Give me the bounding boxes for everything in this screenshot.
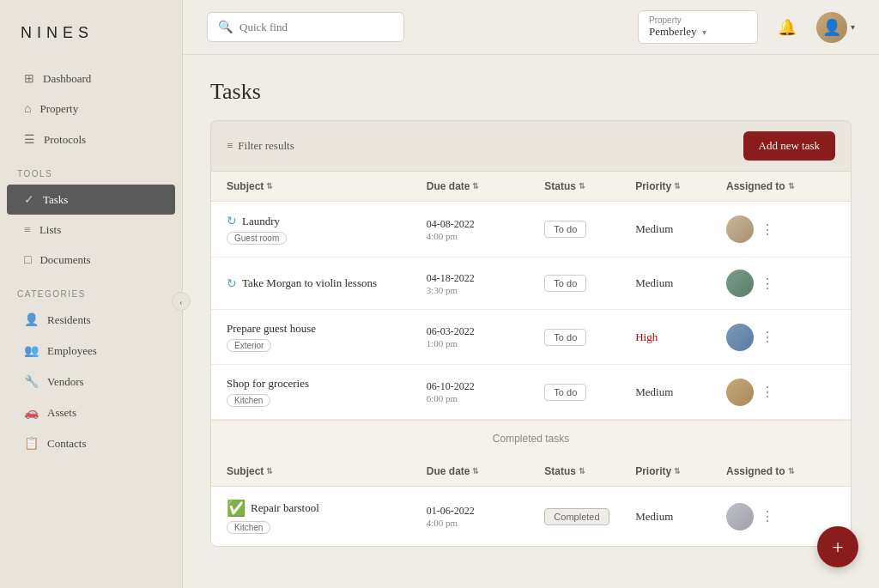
sidebar-item-residents[interactable]: 👤 Residents bbox=[7, 305, 175, 335]
sidebar-item-dashboard[interactable]: ⊞ Dashboard bbox=[7, 64, 175, 94]
task-tag: Kitchen bbox=[227, 521, 270, 534]
task-table: Subject ⇅ Due date ⇅ Status ⇅ Priority ⇅… bbox=[210, 171, 852, 547]
task-subject-cell: ↻ Take Morgan to violin lessons bbox=[227, 276, 427, 291]
task-due-date-cell: 04-18-2022 3:30 pm bbox=[427, 272, 545, 295]
sidebar-item-protocols[interactable]: ☰ Protocols bbox=[7, 124, 175, 155]
assignee-avatar bbox=[726, 270, 754, 297]
lists-icon: ≡ bbox=[24, 223, 31, 237]
search-input[interactable] bbox=[239, 21, 385, 34]
sidebar-item-vendors[interactable]: 🔧 Vendors bbox=[7, 367, 175, 397]
sidebar-item-employees[interactable]: 👥 Employees bbox=[7, 336, 175, 366]
sidebar-item-label: Protocols bbox=[44, 133, 86, 147]
sidebar-item-assets[interactable]: 🚗 Assets bbox=[7, 397, 175, 427]
task-priority-cell: Medium bbox=[635, 222, 726, 236]
chevron-down-icon: ▾ bbox=[702, 27, 706, 37]
fab-button[interactable]: + bbox=[817, 526, 858, 567]
sidebar-tools-nav: ✓ Tasks ≡ Lists □ Documents bbox=[0, 184, 182, 276]
completed-check-icon: ✅ bbox=[227, 499, 246, 518]
page-title: Tasks bbox=[210, 79, 852, 105]
sidebar-item-label: Assets bbox=[47, 406, 76, 420]
task-assignee-cell: ⋮ bbox=[726, 503, 835, 530]
avatar[interactable]: 👤 bbox=[816, 12, 847, 43]
property-selector-label: Property bbox=[649, 15, 682, 25]
sidebar-item-label: Dashboard bbox=[43, 72, 91, 86]
sort-icon: ⇅ bbox=[788, 467, 795, 476]
priority-value: Medium bbox=[635, 222, 673, 235]
more-options-icon[interactable]: ⋮ bbox=[761, 329, 774, 345]
col-subject: Subject ⇅ bbox=[227, 180, 427, 192]
property-selector-value: Pemberley bbox=[649, 25, 697, 39]
sidebar-main-nav: ⊞ Dashboard ⌂ Property ☰ Protocols bbox=[0, 63, 182, 155]
sort-icon: ⇅ bbox=[472, 467, 479, 476]
residents-icon: 👤 bbox=[24, 312, 39, 327]
table-row: ✅ Repair barstool Kitchen 01-06-2022 4:0… bbox=[211, 487, 851, 546]
sidebar-item-label: Property bbox=[39, 102, 78, 116]
sidebar-categories-nav: 👤 Residents 👥 Employees 🔧 Vendors 🚗 Asse… bbox=[0, 304, 182, 459]
col-priority: Priority ⇅ bbox=[635, 180, 726, 192]
task-due-date-cell: 04-08-2022 4:00 pm bbox=[427, 218, 545, 241]
task-subject-cell: ✅ Repair barstool Kitchen bbox=[227, 499, 427, 534]
col-status: Status ⇅ bbox=[544, 465, 635, 477]
more-options-icon[interactable]: ⋮ bbox=[761, 384, 774, 400]
sidebar-item-tasks[interactable]: ✓ Tasks bbox=[7, 185, 175, 215]
sidebar-item-property[interactable]: ⌂ Property bbox=[7, 94, 175, 124]
task-status-cell: To do bbox=[544, 275, 635, 292]
sidebar-collapse-button[interactable]: ‹ bbox=[172, 292, 191, 311]
task-subject-cell: Shop for groceries Kitchen bbox=[227, 377, 427, 407]
task-assignee-cell: ⋮ bbox=[726, 215, 835, 243]
task-time: 3:30 pm bbox=[427, 285, 545, 295]
sort-icon: ⇅ bbox=[266, 182, 273, 191]
notifications-bell-icon[interactable]: 🔔 bbox=[772, 12, 803, 43]
task-due-date-cell: 06-03-2022 1:00 pm bbox=[427, 325, 545, 349]
task-assignee-cell: ⋮ bbox=[726, 324, 835, 351]
task-status-cell: To do bbox=[544, 329, 635, 346]
main-content: 🔍 Property Pemberley ▾ 🔔 👤 ▾ Tasks ≡ Fil… bbox=[183, 0, 879, 588]
table-row: Prepare guest house Exterior 06-03-2022 … bbox=[211, 310, 851, 365]
task-status-cell: To do bbox=[544, 384, 635, 401]
task-time: 4:00 pm bbox=[427, 518, 545, 528]
task-time: 6:00 pm bbox=[427, 393, 545, 403]
task-priority-cell: Medium bbox=[635, 276, 726, 290]
col-assigned-to: Assigned to ⇅ bbox=[726, 180, 835, 192]
more-options-icon[interactable]: ⋮ bbox=[761, 276, 774, 292]
task-priority-cell: Medium bbox=[635, 385, 726, 399]
task-date: 01-06-2022 bbox=[427, 505, 545, 518]
assignee-avatar bbox=[726, 324, 754, 351]
avatar-caret-icon[interactable]: ▾ bbox=[851, 22, 855, 32]
employees-icon: 👥 bbox=[24, 343, 39, 358]
filter-results-button[interactable]: ≡ Filter results bbox=[227, 139, 294, 153]
more-options-icon[interactable]: ⋮ bbox=[761, 221, 774, 238]
sort-icon: ⇅ bbox=[266, 467, 273, 476]
sidebar-item-documents[interactable]: □ Documents bbox=[7, 246, 175, 275]
sidebar-item-label: Residents bbox=[47, 313, 91, 327]
filter-icon: ≡ bbox=[227, 139, 233, 153]
task-assignee-cell: ⋮ bbox=[726, 379, 835, 406]
table-row: ↻ Laundry Guest room 04-08-2022 4:00 pm … bbox=[211, 202, 851, 258]
add-task-button[interactable]: Add new task bbox=[743, 131, 836, 161]
sidebar-item-label: Documents bbox=[39, 253, 90, 267]
status-badge: To do bbox=[544, 329, 586, 346]
status-badge: To do bbox=[544, 221, 586, 238]
task-date: 06-03-2022 bbox=[427, 325, 545, 338]
brand-logo: NINES bbox=[0, 0, 182, 63]
sort-icon: ⇅ bbox=[674, 467, 681, 476]
col-priority: Priority ⇅ bbox=[635, 465, 726, 477]
sidebar-item-contacts[interactable]: 📋 Contacts bbox=[7, 428, 175, 458]
assignee-avatar bbox=[726, 503, 754, 530]
col-due-date: Due date ⇅ bbox=[427, 465, 545, 477]
task-time: 4:00 pm bbox=[427, 231, 545, 241]
completed-table-header: Subject ⇅ Due date ⇅ Status ⇅ Priority ⇅… bbox=[211, 457, 851, 487]
search-box[interactable]: 🔍 bbox=[207, 12, 404, 42]
sidebar-item-lists[interactable]: ≡ Lists bbox=[7, 215, 175, 245]
task-date: 04-08-2022 bbox=[427, 218, 545, 231]
task-time: 1:00 pm bbox=[427, 338, 545, 349]
property-selector[interactable]: Property Pemberley ▾ bbox=[638, 10, 758, 44]
recurring-icon: ↻ bbox=[227, 214, 237, 228]
filter-bar: ≡ Filter results Add new task bbox=[210, 120, 852, 171]
task-date: 04-18-2022 bbox=[427, 272, 545, 285]
assets-icon: 🚗 bbox=[24, 405, 39, 420]
status-badge: Completed bbox=[544, 508, 609, 525]
more-options-icon[interactable]: ⋮ bbox=[761, 508, 774, 524]
sort-icon: ⇅ bbox=[579, 182, 585, 191]
table-header: Subject ⇅ Due date ⇅ Status ⇅ Priority ⇅… bbox=[211, 172, 851, 202]
